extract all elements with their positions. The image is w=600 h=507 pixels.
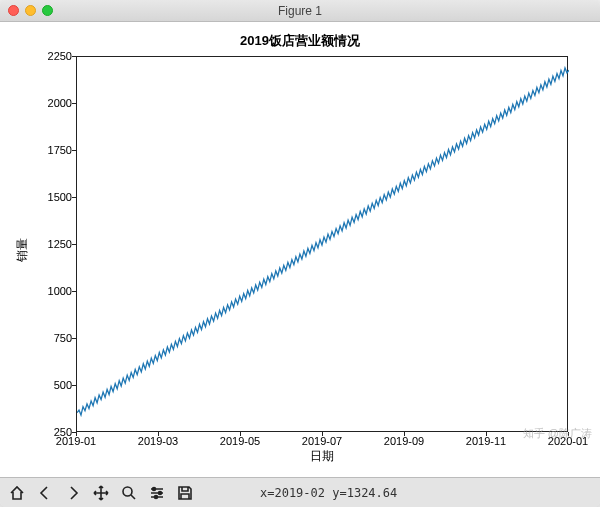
cursor-coords: x=2019-02 y=1324.64 — [260, 486, 397, 500]
toolbar: x=2019-02 y=1324.64 — [0, 477, 600, 507]
data-line — [77, 68, 569, 415]
svg-point-2 — [159, 491, 162, 494]
y-tick-label: 1750 — [32, 144, 72, 156]
x-tick-label: 2019-09 — [384, 435, 424, 447]
y-tick-label: 1250 — [32, 238, 72, 250]
home-button[interactable] — [4, 481, 30, 505]
titlebar: Figure 1 — [0, 0, 600, 22]
pan-button[interactable] — [88, 481, 114, 505]
svg-point-0 — [123, 487, 132, 496]
save-button[interactable] — [172, 481, 198, 505]
back-button[interactable] — [32, 481, 58, 505]
zoom-button[interactable] — [116, 481, 142, 505]
x-tick-label: 2019-01 — [56, 435, 96, 447]
chart-title: 2019饭店营业额情况 — [0, 22, 600, 50]
y-tick-label: 750 — [32, 332, 72, 344]
configure-button[interactable] — [144, 481, 170, 505]
app-window: Figure 1 2019饭店营业额情况 销量 日期 2505007501000… — [0, 0, 600, 507]
window-title: Figure 1 — [0, 4, 600, 18]
x-tick-label: 2019-07 — [302, 435, 342, 447]
y-tick-label: 1500 — [32, 191, 72, 203]
y-tick-label: 1000 — [32, 285, 72, 297]
y-tick-label: 2000 — [32, 97, 72, 109]
x-tick-label: 2019-05 — [220, 435, 260, 447]
svg-point-1 — [153, 487, 156, 490]
forward-button[interactable] — [60, 481, 86, 505]
y-tick-label: 2250 — [32, 50, 72, 62]
y-tick-label: 500 — [32, 379, 72, 391]
x-axis-label: 日期 — [76, 448, 568, 465]
svg-point-3 — [155, 495, 158, 498]
x-tick-label: 2020-01 — [548, 435, 588, 447]
plot-area — [76, 56, 568, 432]
x-tick-label: 2019-03 — [138, 435, 178, 447]
x-tick-label: 2019-11 — [466, 435, 506, 447]
y-axis-label: 销量 — [14, 238, 31, 262]
figure-canvas[interactable]: 2019饭店营业额情况 销量 日期 2505007501000125015001… — [0, 22, 600, 477]
